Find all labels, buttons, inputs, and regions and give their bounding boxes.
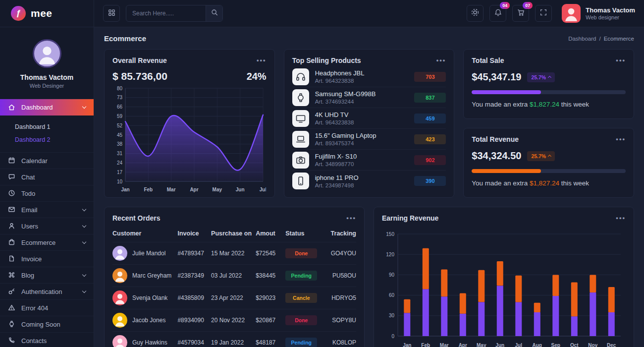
order-row[interactable]: Marc Greyham #2387349 03 Jul 2022 $38445…: [112, 264, 356, 287]
dashboard-submenu: Dashboard 1Dashboard 2: [0, 116, 94, 153]
sidebar-item-contacts[interactable]: Contacts: [0, 333, 94, 347]
product-row[interactable]: iphone 11 PRO Art. 234987498 390: [292, 171, 446, 191]
order-row[interactable]: Jacob Jones #8934090 20 Nov 2022 $20867 …: [112, 309, 356, 331]
customer-name: Julie Mandol: [132, 250, 165, 257]
cart-button[interactable]: 07: [512, 5, 529, 22]
sidebar-item-label: Users: [21, 223, 38, 230]
total-sale-progress-track: [472, 90, 626, 94]
total-revenue-extra-text: You made an extra $1,827.24 this week: [472, 179, 626, 187]
total-sale-menu-icon[interactable]: •••: [616, 59, 626, 61]
product-row[interactable]: 4K UHD TV Art. 964323838 459: [292, 108, 446, 129]
order-row[interactable]: Svenja Olank #4385809 23 Apr 2022 $29023…: [112, 287, 356, 309]
total-revenue-amount: $34,324.50: [472, 150, 521, 162]
fullscreen-icon: [539, 8, 547, 18]
brand-logo[interactable]: ƒ mee: [0, 0, 94, 27]
bell-icon: [494, 8, 502, 19]
top-selling-card: Top Selling Products ••• Headphones JBL …: [284, 49, 455, 198]
order-row[interactable]: Guy Hawkins #4579034 19 Jan 2022 $48187 …: [112, 331, 356, 347]
overall-revenue-menu-icon[interactable]: •••: [257, 59, 267, 61]
sidebar-item-todo[interactable]: Todo: [0, 185, 94, 202]
total-revenue-title: Total Revenue: [472, 135, 519, 143]
svg-text:52: 52: [117, 123, 123, 128]
order-tracking: HDRYO5: [324, 294, 356, 301]
product-thumbnail: [292, 110, 309, 127]
invoice-icon: [8, 255, 16, 263]
svg-text:73: 73: [117, 95, 123, 100]
apps-grid-button[interactable]: [103, 5, 120, 22]
sidebar-item-invoice[interactable]: Invoice: [0, 251, 94, 267]
sidebar-subitem-1[interactable]: Dashboard 1: [0, 120, 94, 133]
sidebar-item-label: Ecommerce: [21, 239, 55, 246]
sidebar-item-blog[interactable]: Blog: [0, 267, 94, 284]
clock-icon: [8, 189, 16, 197]
watch-icon: [8, 320, 16, 328]
product-row[interactable]: Headphones JBL Art. 964323838 703: [292, 66, 446, 87]
fullscreen-button[interactable]: [535, 5, 552, 22]
user-role: Web designer: [586, 14, 635, 20]
svg-text:66: 66: [117, 104, 123, 110]
product-name: Samsung SM-G998B: [315, 90, 376, 98]
product-name: Headphones JBL: [315, 69, 365, 77]
sidebar-item-dashboard[interactable]: Dashboard: [0, 99, 94, 116]
svg-text:45: 45: [117, 132, 123, 138]
product-row[interactable]: 15.6" Gaming LAptop Art. 893475374 423: [292, 129, 446, 150]
svg-text:150: 150: [386, 231, 394, 237]
sidebar-item-authentication[interactable]: Authentication: [0, 284, 94, 300]
sidebar-subitem-2[interactable]: Dashboard 2: [0, 133, 94, 146]
cart-icon: [517, 8, 525, 19]
earning-revenue-title: Earning Revenue: [382, 214, 438, 222]
key-icon: [8, 288, 16, 295]
total-revenue-extra-amount: $1,827.24: [530, 179, 559, 187]
total-sale-title: Total Sale: [472, 57, 504, 64]
sidebar-item-coming-soon[interactable]: Coming Soon: [0, 316, 94, 333]
total-revenue-progress-track: [472, 169, 626, 173]
earning-revenue-menu-icon[interactable]: •••: [616, 217, 626, 219]
earning-revenue-chart: 0306090120150JanFebMarAprMayJunJulAugSep…: [382, 227, 626, 347]
sidebar-item-chat[interactable]: Chat: [0, 169, 94, 185]
orders-column-header: Invoice: [177, 230, 211, 237]
grid-icon: [107, 8, 116, 19]
search-input[interactable]: [126, 10, 206, 17]
svg-text:10: 10: [117, 179, 123, 184]
sidebar-item-email[interactable]: Email: [0, 202, 94, 218]
brand-name: mee: [31, 7, 53, 19]
mail-icon: [8, 206, 16, 214]
product-thumbnail: [292, 89, 309, 106]
breadcrumb-dashboard[interactable]: Dashboard: [568, 36, 596, 42]
svg-text:Jul: Jul: [260, 187, 266, 192]
product-name: 4K UHD TV: [315, 111, 354, 118]
customer-avatar: [112, 313, 127, 328]
settings-button[interactable]: [467, 5, 483, 22]
recent-orders-menu-icon[interactable]: •••: [346, 217, 356, 219]
product-name: Fujifilm X- S10: [315, 153, 357, 160]
recent-orders-card: Recent Orders ••• CustomerInvoicePusrcha…: [104, 207, 365, 347]
svg-text:May: May: [477, 343, 486, 347]
command-icon: [8, 271, 16, 279]
top-selling-menu-icon[interactable]: •••: [436, 59, 446, 61]
product-row[interactable]: Samsung SM-G998B Art. 374693244 837: [292, 87, 446, 108]
user-name: Thomas Vactom: [586, 6, 635, 14]
caret-up-icon: [548, 76, 551, 79]
svg-text:Jun: Jun: [495, 343, 504, 347]
user-menu[interactable]: Thomas Vactom Web designer: [562, 4, 635, 23]
order-invoice: #4579034: [177, 339, 211, 346]
sidebar-item-ecommerce[interactable]: Ecommerce: [0, 234, 94, 251]
sidebar-item-error-404[interactable]: Error 404: [0, 300, 94, 316]
sidebar-item-label: Email: [21, 206, 38, 214]
product-thumbnail: [292, 68, 309, 85]
sidebar-item-label: Coming Soon: [21, 321, 60, 328]
recent-orders-title: Recent Orders: [112, 214, 160, 222]
search-button[interactable]: [206, 5, 222, 22]
order-row[interactable]: Julie Mandol #4789347 15 Mar 2022 $72545…: [112, 242, 356, 264]
svg-text:Jan: Jan: [121, 187, 129, 192]
sidebar-item-users[interactable]: Users: [0, 218, 94, 234]
svg-text:Jan: Jan: [403, 343, 411, 347]
svg-text:17: 17: [117, 170, 123, 175]
sidebar-item-calendar[interactable]: Calendar: [0, 153, 94, 169]
product-article: Art. 964323838: [315, 119, 354, 125]
notifications-button[interactable]: 04: [489, 5, 506, 22]
product-row[interactable]: Fujifilm X- S10 Art. 348998770 902: [292, 150, 446, 171]
svg-text:Apr: Apr: [459, 343, 467, 347]
total-revenue-menu-icon[interactable]: •••: [616, 138, 626, 140]
svg-text:90: 90: [389, 272, 395, 278]
